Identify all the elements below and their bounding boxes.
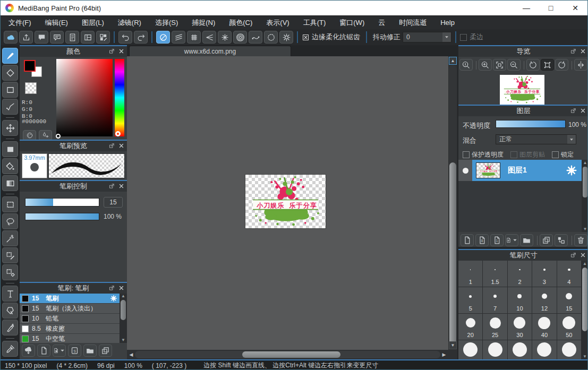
close-icon[interactable] [118,48,124,54]
brush-list-item[interactable]: 15 中空笔 [20,334,120,343]
zoom-out-button[interactable] [507,59,521,71]
text-tool-button[interactable] [2,286,18,302]
scroll-down-icon[interactable]: ▼ [583,354,587,359]
brush-folder-button[interactable] [83,345,97,357]
delete-layer-button[interactable] [574,234,587,246]
brush-size-cell[interactable]: 30 [508,314,532,340]
brush-size-scrollbar[interactable]: ▲ ▼ [581,261,588,359]
gear-icon[interactable] [110,295,117,302]
fill-shape-tool-button[interactable] [2,141,18,157]
lasso-tool-button[interactable] [2,213,18,229]
layer-visibility-toggle[interactable] [458,160,472,181]
brush-script-button[interactable] [68,345,81,357]
undo-button[interactable] [118,31,132,44]
panel-cutter-tool-button[interactable] [2,320,18,335]
canvas[interactable] [127,56,448,350]
layer-list-scrollbar[interactable]: ▲ ▼ [582,160,588,232]
publish-button[interactable] [19,31,33,44]
brush-tool-button[interactable] [2,48,18,64]
brush-size-cell[interactable]: 2 [508,261,532,287]
menu-tool[interactable]: 工具(T) [296,16,333,30]
protect-alpha-checkbox[interactable] [463,151,470,158]
eraser-tool-button[interactable] [2,65,18,81]
snap-concentric-button[interactable] [233,31,247,44]
brush-opacity-slider[interactable] [25,213,99,220]
document-tab[interactable]: www.x6d.com.png [129,46,291,56]
brush-list-item[interactable]: 15 笔刷（淡入淡出） [20,304,120,314]
menu-edit[interactable]: 编辑(E) [38,16,75,30]
brush-size-value[interactable]: 15 [104,197,123,208]
brush-size-cell[interactable]: 20 [458,314,482,340]
saturation-value-picker[interactable] [56,59,113,136]
canvas-horizontal-scrollbar[interactable]: ◀ ▶ [127,350,448,359]
close-button[interactable]: ✕ [563,1,587,15]
scroll-down-icon[interactable]: ▼ [583,226,587,232]
layer-opacity-slider[interactable] [496,120,566,128]
brush-size-cell[interactable]: 4 [557,261,581,287]
palette-button[interactable] [23,130,36,141]
canvas-vertical-scrollbar[interactable]: ▲ ▼ [448,56,457,350]
flip-horizontal-button[interactable] [574,59,587,71]
hue-slider[interactable] [115,59,124,136]
close-icon[interactable] [580,48,586,54]
clipping-checkbox[interactable] [510,151,517,158]
menu-layer[interactable]: 图层(L) [75,16,111,30]
brush-add-menu-button[interactable] [53,345,66,357]
menu-select[interactable]: 选择(S) [148,16,185,30]
scroll-down-button[interactable]: ▼ [449,341,457,349]
cloud-save-button[interactable] [4,31,18,44]
material-palette-button[interactable] [96,31,110,44]
redo-button[interactable] [134,31,148,44]
scrollbar-thumb[interactable] [121,300,126,320]
brush-size-cell[interactable] [483,340,507,359]
scrollbar-thumb[interactable] [582,268,587,331]
add-layer-button[interactable] [461,234,474,246]
brush-size-cell[interactable]: 15 [557,287,581,313]
scroll-up-icon[interactable]: ▲ [583,160,587,166]
menu-timelapse[interactable]: 时间流逝 [392,16,433,30]
scroll-up-icon[interactable]: ▲ [583,261,587,266]
navigator-preview[interactable] [500,75,544,105]
menu-color[interactable]: 颜色(C) [222,16,259,30]
operation-tool-button[interactable] [2,303,18,319]
brush-size-cell[interactable]: 7 [483,287,507,313]
snap-ellipse-button[interactable] [264,31,278,44]
snap-vanishing-point-button[interactable] [202,31,216,44]
brush-size-cell[interactable]: 5 [458,287,482,313]
snap-grid-button[interactable] [187,31,201,44]
duplicate-layer-button[interactable] [540,234,553,246]
eyedropper-tool-button[interactable] [2,341,18,357]
popout-icon[interactable] [109,48,115,54]
brush-size-cell[interactable]: 1 [458,261,482,287]
add-8bit-layer-button[interactable] [475,234,489,246]
polyline-tool-button[interactable] [2,99,18,115]
bucket-tool-button[interactable] [2,158,18,174]
move-tool-button[interactable] [2,120,18,136]
brush-size-cell[interactable] [458,340,482,359]
brush-size-slider[interactable] [25,198,99,206]
soft-edge-checkbox[interactable] [460,34,467,41]
brush-size-cell[interactable]: 1.5 [483,261,507,287]
canvas-image[interactable] [245,175,326,228]
layer-folder-button[interactable] [520,234,533,246]
scrollbar-track[interactable] [135,351,440,358]
close-icon[interactable] [118,143,124,149]
menu-cloud[interactable]: 云 [371,16,392,30]
hue-indicator[interactable] [115,131,121,136]
brush-size-cell[interactable] [532,340,556,359]
zoom-100-button[interactable] [459,59,473,71]
scroll-left-button[interactable]: ◀ [127,351,135,358]
add-1bit-layer-button[interactable] [490,234,504,246]
lock-checkbox[interactable] [552,151,559,158]
rotate-ccw-button[interactable] [526,59,540,71]
brush-size-cell[interactable]: 25 [483,314,507,340]
select-eraser-tool-button[interactable] [2,264,18,280]
merge-layer-button[interactable] [555,234,568,246]
scroll-up-icon[interactable]: ▲ [121,294,125,299]
menu-file[interactable]: 文件(F) [2,16,38,30]
menu-window[interactable]: 窗口(W) [333,16,371,30]
close-icon[interactable] [580,252,586,258]
antialias-toggle[interactable] [302,33,310,41]
close-icon[interactable] [580,108,586,114]
layer-row[interactable]: 图层1 [458,160,582,181]
